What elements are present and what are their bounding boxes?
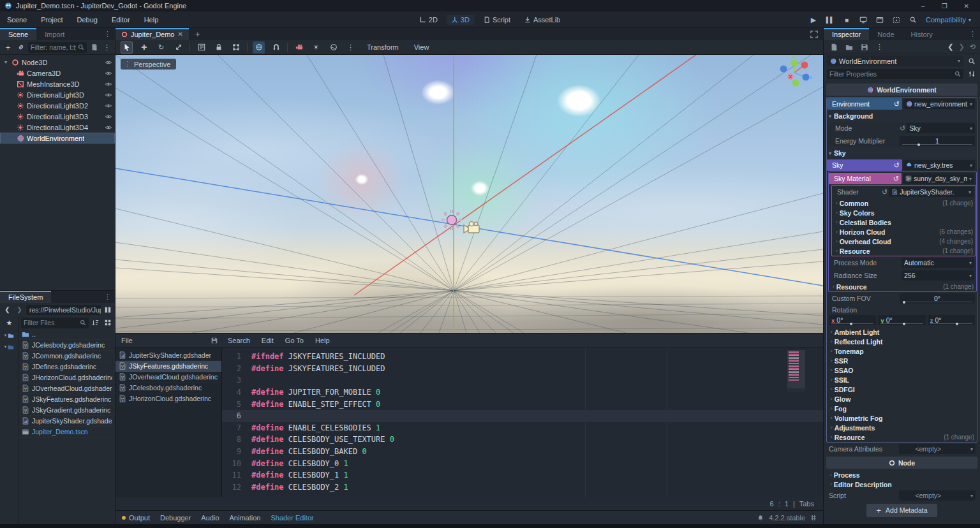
shader-value-dropdown[interactable]: JupiterSkyShader. ▾ [889,187,974,197]
file-row[interactable]: JCommon.gdshaderinc [19,351,115,362]
custom-fov-slider[interactable]: 0° [900,293,975,304]
viewport-options-icon[interactable]: ⋮ [345,41,357,54]
group-ssil[interactable]: ›SSIL [827,375,977,385]
filesystem-menu-icon[interactable]: ⋮ [100,291,115,303]
history-forward-icon[interactable]: ❯ [959,43,965,51]
group-process[interactable]: ›Process [826,470,977,480]
scene-tab-jupiter-demo[interactable]: Jupiter_Demo ✕ [115,28,189,40]
tab-history[interactable]: History [903,28,941,40]
sky-material-value-dropdown[interactable]: sunny_day_sky_m ▾ [903,173,974,184]
code-editor[interactable]: 1#ifndef JSKYFEATURES_INCLUDED 2#define … [222,348,823,497]
bottom-tab-audio[interactable]: Audio [201,514,219,522]
se-menu-help[interactable]: Help [309,337,336,344]
section-background[interactable]: ▾Background [827,110,977,122]
instantiate-scene-icon[interactable] [15,42,26,53]
distraction-free-icon[interactable] [805,28,823,40]
revert-icon[interactable]: ↺ [894,100,900,108]
group-reflected-light[interactable]: ›Reflected Light [827,337,977,346]
tree-row-meshinstance3d[interactable]: MeshInstance3D [0,78,115,89]
file-row[interactable]: JOverheadCloud.gdshaderinc [19,383,115,394]
3d-viewport[interactable]: Y Z X ⋮Perspective [115,55,823,333]
grid-view-icon[interactable] [102,318,113,328]
workspace-2d[interactable]: 2D [415,15,443,25]
tab-node[interactable]: Node [869,28,902,40]
close-tab-icon[interactable]: ✕ [177,31,182,38]
renderer-dropdown[interactable]: Compatibility▾ [923,16,974,24]
file-row[interactable]: JupiterSkyShader.gdshader [19,416,115,427]
bottom-tab-shader-editor[interactable]: Shader Editor [271,514,313,522]
visibility-eye-icon[interactable] [105,80,112,88]
group-fog[interactable]: ›Fog [827,404,977,413]
group-sky-resource[interactable]: ›Resource(1 change) [829,282,976,291]
play-button[interactable]: ▶ [807,14,820,26]
file-row[interactable]: JDefines.gdshaderinc [19,362,115,372]
group-horizon-cloud[interactable]: ›Horizon Cloud(6 changes) [832,227,976,237]
attach-script-icon[interactable] [89,42,100,53]
filter-options-icon[interactable] [966,69,977,80]
workspace-3d[interactable]: 3D [447,15,475,25]
script-dropdown[interactable]: <empty>▾ [899,490,976,501]
environment-toggle-icon[interactable] [327,41,339,54]
shader-file-item[interactable]: JCelesbody.gdshaderinc [115,383,221,393]
node-selector-dropdown[interactable]: WorldEnvironment ▾ [827,55,963,66]
group-ssr[interactable]: ›SSR [827,356,977,365]
group-adjustments[interactable]: ›Adjustments [827,423,977,432]
minimize-button[interactable]: – [921,3,925,10]
stop-button[interactable]: ■ [840,14,853,26]
bottom-tab-debugger[interactable]: Debugger [160,514,191,522]
rotation-y-field[interactable]: y0° [878,315,925,325]
history-icon[interactable]: ⟲ [970,43,976,51]
folder-tree-child[interactable]: ▾ [4,344,15,350]
menu-debug[interactable]: Debug [70,11,104,27]
group-node-icon[interactable] [230,41,242,54]
new-tab-button[interactable]: + [189,28,207,40]
slider-handle[interactable] [917,143,920,146]
perspective-button[interactable]: ⋮Perspective [121,59,176,70]
se-menu-search[interactable]: Search [222,337,256,344]
favorites-star-icon[interactable]: ★ [6,319,13,327]
rotate-tool-icon[interactable]: ↻ [155,41,167,54]
sort-files-icon[interactable] [90,318,101,328]
energy-multiplier-slider[interactable]: 1 [900,136,975,146]
file-row-scene[interactable]: Jupiter_Demo.tscn [19,427,115,437]
transform-menu[interactable]: Transform [362,43,404,51]
file-row[interactable]: JSkyFeatures.gdshaderinc [19,394,115,405]
copy-path-icon[interactable] [211,337,218,344]
tab-scene[interactable]: Scene [0,28,36,40]
group-editor-description[interactable]: ›Editor Description [826,480,977,489]
revert-icon[interactable]: ↺ [882,188,887,196]
menu-help[interactable]: Help [137,11,166,27]
inspector-dock-menu-icon[interactable]: ⋮ [965,28,980,40]
workspace-assetlib[interactable]: AssetLib [519,15,565,25]
snap-icon[interactable] [270,41,282,54]
menu-editor[interactable]: Editor [105,11,137,27]
se-menu-file[interactable]: File [115,337,138,344]
new-resource-icon[interactable] [828,41,839,52]
group-glow[interactable]: ›Glow [827,394,977,404]
collapse-caret-icon[interactable]: ▾ [3,59,9,65]
visibility-eye-icon[interactable] [105,113,112,121]
maximize-button[interactable]: ❐ [942,3,947,10]
workspace-script[interactable]: Script [479,15,516,25]
camera-preview-icon[interactable] [293,41,305,54]
load-resource-icon[interactable] [843,41,854,52]
world-space-icon[interactable] [253,41,265,54]
group-sky-colors[interactable]: ›Sky Colors [832,208,976,217]
lock-node-icon[interactable] [212,41,225,54]
camera-attributes-dropdown[interactable]: <empty>▾ [899,444,976,454]
tree-row-directionallight3d3[interactable]: DirectionalLight3D3 [0,111,115,122]
file-row[interactable]: JCelesbody.gdshaderinc [19,340,115,351]
tree-row-node3d[interactable]: ▾ Node3D [0,57,115,68]
filesystem-path[interactable]: res://PinwheelStudio/Jupiter/ [26,305,101,315]
environment-value-dropdown[interactable]: new_environment.tr ▾ [903,99,975,109]
group-common[interactable]: ›Common(1 change) [832,198,976,208]
add-node-icon[interactable]: + [3,42,13,53]
shader-file-item-selected[interactable]: JSkyFeatures.gdshaderinc [115,361,221,372]
file-filter-input[interactable] [24,319,78,326]
sky-value-dropdown[interactable]: new_sky.tres ▾ [903,160,975,170]
tab-import[interactable]: Import [36,28,73,40]
group-overhead-cloud[interactable]: ›Overhead Cloud(4 changes) [832,237,976,246]
tree-row-directionallight3d2[interactable]: DirectionalLight3D2 [0,100,115,111]
group-ssao[interactable]: ›SSAO [827,365,977,375]
se-menu-goto[interactable]: Go To [279,337,309,344]
